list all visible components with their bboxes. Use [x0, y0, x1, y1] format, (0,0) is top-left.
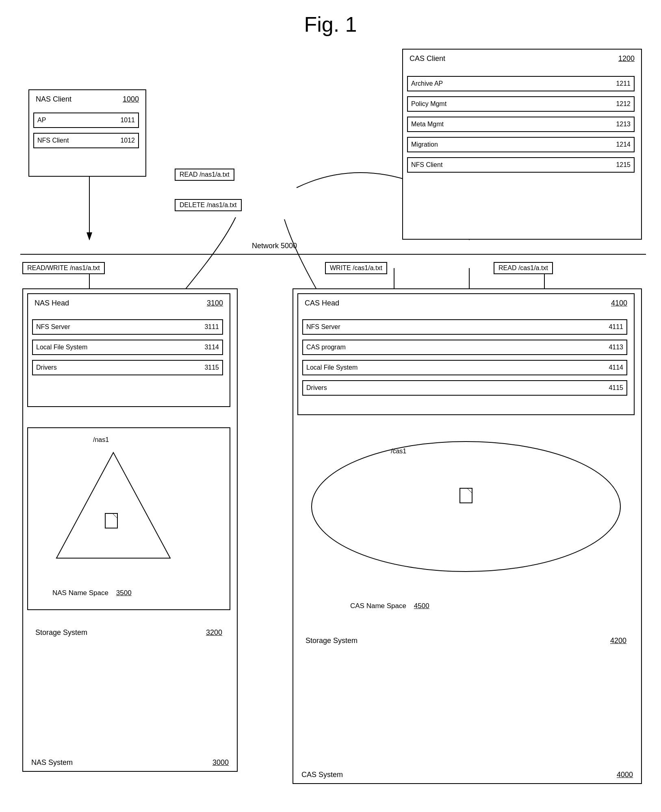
nas-nfsclient-label: NFS Client — [37, 137, 116, 144]
cas-lfs-box: Local File System 4114 — [302, 360, 627, 375]
cas-namespace-area: /cas1 CAS Name Space 4500 — [297, 435, 635, 618]
cas-metamgmt-box: Meta Mgmt 1213 — [407, 117, 635, 132]
nas-system-box: NAS Head 3100 NFS Server 3111 Local File… — [22, 288, 238, 772]
cas-drivers-label: Drivers — [306, 384, 605, 392]
nas-nfsclient-number: 1012 — [120, 137, 135, 144]
cas-archiveap-label: Archive AP — [411, 80, 612, 87]
nas-nfsserver-label: NFS Server — [36, 323, 200, 331]
cas-policymgmt-label: Policy Mgmt — [411, 100, 612, 108]
cas-system-label: CAS System — [301, 771, 343, 779]
cas-head-number: 4100 — [611, 299, 627, 307]
nas-client-number: 1000 — [123, 95, 139, 104]
cas-head-label: CAS Head — [305, 299, 339, 307]
page-title: Fig. 1 — [0, 0, 661, 37]
nas-nfsserver-number: 3111 — [204, 323, 219, 331]
nas-nfsclient-box: NFS Client 1012 — [33, 133, 139, 148]
cas-policymgmt-box: Policy Mgmt 1212 — [407, 96, 635, 112]
svg-marker-11 — [56, 453, 170, 558]
nas-system-number: 3000 — [212, 758, 229, 767]
delete-nas-text: DELETE /nas1/a.txt — [180, 201, 237, 208]
cas-migration-number: 1214 — [616, 141, 631, 148]
cas-program-box: CAS program 4113 — [302, 340, 627, 355]
cas-nfsclient-label: NFS Client — [411, 161, 612, 169]
nas-system-label: NAS System — [31, 758, 73, 767]
nas-namespace-label: NAS Name Space 3500 — [52, 589, 132, 597]
cas-nfsclient-number: 1215 — [616, 161, 631, 169]
cas-nfsserver-box: NFS Server 4111 — [302, 319, 627, 335]
nas-lfs-number: 3114 — [204, 344, 219, 351]
write-cas-message: WRITE /cas1/a.txt — [325, 262, 387, 274]
cas-client-label: CAS Client — [410, 54, 445, 63]
cas-system-box: CAS Head 4100 NFS Server 4111 CAS progra… — [293, 288, 642, 784]
cas-client-number: 1200 — [618, 54, 635, 63]
nas-storage-number: 3200 — [206, 628, 222, 637]
cas-metamgmt-label: Meta Mgmt — [411, 121, 612, 128]
cas-archiveap-box: Archive AP 1211 — [407, 76, 635, 91]
read-nas-message: READ /nas1/a.txt — [175, 169, 234, 181]
network-line — [20, 254, 646, 255]
nas-head-label: NAS Head — [35, 299, 69, 307]
cas-metamgmt-number: 1213 — [616, 121, 631, 128]
cas-migration-box: Migration 1214 — [407, 137, 635, 152]
write-cas-text: WRITE /cas1/a.txt — [330, 264, 382, 271]
read-cas-text: READ /cas1/a.txt — [498, 264, 548, 271]
cas-nfsserver-number: 4111 — [609, 323, 623, 331]
cas-system-bottom: CAS System 4000 — [293, 771, 641, 779]
cas-lfs-label: Local File System — [306, 364, 605, 371]
cas-drivers-box: Drivers 4115 — [302, 380, 627, 396]
cas-namespace-label: CAS Name Space 4500 — [350, 602, 429, 610]
nas-nfsserver-box: NFS Server 3111 — [32, 319, 223, 335]
nas-system-bottom: NAS System 3000 — [23, 758, 237, 767]
cas-program-number: 4113 — [609, 344, 623, 351]
nas-namespace-area: /nas1 NAS Name Space 3500 — [27, 427, 230, 610]
svg-point-14 — [312, 442, 620, 572]
nas-drivers-label: Drivers — [36, 364, 200, 371]
svg-rect-12 — [105, 513, 117, 528]
cas-head-box: CAS Head 4100 NFS Server 4111 CAS progra… — [297, 293, 635, 415]
cas-storage-label: Storage System — [306, 637, 358, 645]
cas-storage-number: 4200 — [610, 637, 626, 645]
read-cas-message: READ /cas1/a.txt — [494, 262, 553, 274]
cas-system-number: 4000 — [617, 771, 633, 779]
nas-storage-label: Storage System — [35, 628, 87, 637]
nas-head-box: NAS Head 3100 NFS Server 3111 Local File… — [27, 293, 230, 407]
nas-ap-number: 1011 — [120, 117, 135, 124]
nas-client-label: NAS Client — [36, 95, 72, 104]
cas-drivers-number: 4115 — [609, 384, 623, 392]
cas-nfsserver-label: NFS Server — [306, 323, 605, 331]
nas-path-label: /nas1 — [93, 436, 109, 444]
nas-storage-row: Storage System 3200 — [27, 622, 230, 643]
cas-migration-label: Migration — [411, 141, 612, 148]
cas-storage-row: Storage System 4200 — [297, 630, 635, 651]
nas-lfs-box: Local File System 3114 — [32, 340, 223, 355]
nas-lfs-label: Local File System — [36, 344, 200, 351]
svg-rect-15 — [460, 488, 472, 503]
network-label: Network 5000 — [252, 242, 297, 250]
nas-ap-box: AP 1011 — [33, 113, 139, 128]
cas-nfsclient-box: NFS Client 1215 — [407, 157, 635, 173]
readwrite-nas-text: READ/WRITE /nas1/a.txt — [27, 264, 100, 271]
nas-drivers-box: Drivers 3115 — [32, 360, 223, 375]
nas-head-number: 3100 — [207, 299, 223, 307]
nas-client-box: NAS Client 1000 AP 1011 NFS Client 1012 — [28, 89, 146, 177]
delete-nas-message: DELETE /nas1/a.txt — [175, 199, 242, 211]
nas-drivers-number: 3115 — [204, 364, 219, 371]
cas-program-label: CAS program — [306, 344, 605, 351]
cas-policymgmt-number: 1212 — [616, 100, 631, 108]
cas-archiveap-number: 1211 — [616, 80, 631, 87]
readwrite-nas-message: READ/WRITE /nas1/a.txt — [22, 262, 105, 274]
read-nas-text: READ /nas1/a.txt — [180, 171, 230, 178]
nas-ap-label: AP — [37, 117, 116, 124]
cas-client-box: CAS Client 1200 Archive AP 1211 Policy M… — [402, 49, 642, 240]
cas-lfs-number: 4114 — [609, 364, 623, 371]
